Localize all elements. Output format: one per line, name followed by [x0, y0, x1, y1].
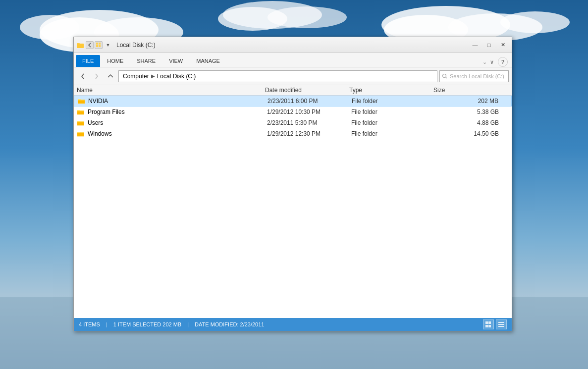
status-date-modified: DATE MODIFIED: 2/23/2011 [195, 321, 264, 327]
up-button[interactable] [105, 70, 116, 82]
file-name: NVIDIA [88, 98, 267, 105]
status-sep-2: | [187, 321, 189, 327]
table-row[interactable]: Windows 1/29/2012 12:30 PM File folder 1… [74, 128, 512, 139]
close-button[interactable]: ✕ [496, 40, 510, 51]
column-headers: Name Date modified Type Size [74, 85, 512, 96]
ribbon-expand-icon[interactable]: ⌄ [482, 59, 487, 65]
path-local-disk: Local Disk (C:) [157, 73, 196, 80]
maximize-button[interactable]: □ [482, 40, 496, 51]
svg-point-11 [267, 6, 347, 28]
view-detail-button[interactable] [496, 319, 507, 329]
search-icon [442, 73, 448, 79]
folder-icon [77, 130, 85, 138]
svg-point-8 [500, 11, 570, 33]
file-date: 2/23/2011 6:00 PM [267, 98, 352, 105]
path-computer: Computer [123, 73, 149, 80]
title-folder-icon [76, 41, 85, 50]
tab-view[interactable]: VIEW [162, 55, 189, 67]
file-name: Users [88, 119, 267, 126]
file-name: Windows [88, 130, 267, 137]
file-size: 5.38 GB [435, 108, 509, 115]
folder-icon [77, 119, 85, 127]
svg-rect-23 [488, 321, 491, 324]
folder-icon [77, 108, 85, 116]
table-row[interactable]: Users 2/23/2011 5:30 PM File folder 4.88… [74, 117, 512, 128]
file-list: NVIDIA 2/23/2011 6:00 PM File folder 202… [74, 96, 512, 318]
col-header-name[interactable]: Name [77, 87, 265, 94]
tab-manage[interactable]: MANAGE [190, 55, 226, 67]
svg-rect-16 [96, 43, 98, 45]
file-type: File folder [351, 119, 435, 126]
status-selected-info: 1 ITEM SELECTED 202 MB [113, 321, 182, 327]
svg-rect-15 [77, 44, 84, 48]
col-header-size[interactable]: Size [433, 87, 509, 94]
svg-rect-17 [99, 43, 101, 45]
table-row[interactable]: Program Files 1/29/2012 10:30 PM File fo… [74, 106, 512, 117]
title-nav-icon-2[interactable] [95, 41, 103, 49]
svg-rect-26 [498, 322, 504, 323]
explorer-window: ▼ Local Disk (C:) — □ ✕ FILE HOME SHARE … [73, 37, 512, 331]
svg-rect-28 [498, 326, 504, 327]
ribbon-tabs: FILE HOME SHARE VIEW MANAGE ⌄ ∨ ? [74, 53, 512, 67]
file-size: 202 MB [436, 98, 508, 105]
search-placeholder: Search Local Disk (C:) [450, 73, 504, 79]
svg-line-21 [446, 77, 447, 78]
window-controls: — □ ✕ [468, 40, 510, 51]
file-date: 2/23/2011 5:30 PM [267, 119, 351, 126]
svg-rect-27 [498, 324, 504, 325]
svg-point-4 [20, 15, 79, 40]
ribbon-help: ⌄ ∨ ? [482, 57, 510, 67]
col-header-date[interactable]: Date modified [265, 87, 349, 94]
title-dropdown-icon[interactable]: ▼ [104, 41, 112, 50]
view-list-button[interactable] [483, 319, 494, 329]
folder-icon [77, 97, 85, 105]
ribbon: FILE HOME SHARE VIEW MANAGE ⌄ ∨ ? [74, 53, 512, 67]
address-bar: Computer ▶ Local Disk (C:) Search Local … [74, 67, 512, 85]
col-header-type[interactable]: Type [349, 87, 433, 94]
tab-home[interactable]: HOME [101, 55, 130, 67]
file-date: 1/29/2012 12:30 PM [267, 130, 351, 137]
svg-rect-22 [485, 321, 488, 324]
search-box[interactable]: Search Local Disk (C:) [439, 70, 509, 82]
title-bar: ▼ Local Disk (C:) — □ ✕ [74, 37, 512, 53]
tab-share[interactable]: SHARE [130, 55, 162, 67]
file-type: File folder [351, 130, 435, 137]
tab-file[interactable]: FILE [76, 55, 100, 67]
back-button[interactable] [77, 70, 89, 82]
status-bar: 4 ITEMS | 1 ITEM SELECTED 202 MB | DATE … [74, 318, 512, 331]
file-size: 14.50 GB [435, 130, 509, 137]
file-date: 1/29/2012 10:30 PM [267, 108, 351, 115]
table-row[interactable]: NVIDIA 2/23/2011 6:00 PM File folder 202… [74, 96, 512, 106]
status-items-count: 4 ITEMS [79, 321, 100, 327]
window-title: Local Disk (C:) [112, 42, 468, 49]
svg-rect-24 [485, 325, 488, 327]
svg-rect-19 [99, 45, 101, 47]
svg-point-20 [443, 74, 446, 77]
svg-rect-18 [96, 45, 98, 47]
title-bar-icons: ▼ [76, 41, 112, 50]
ribbon-chevron-icon[interactable]: ∨ [490, 59, 494, 65]
file-size: 4.88 GB [435, 119, 509, 126]
minimize-button[interactable]: — [468, 40, 482, 51]
status-sep-1: | [106, 321, 107, 327]
address-path[interactable]: Computer ▶ Local Disk (C:) [118, 70, 437, 82]
file-type: File folder [351, 108, 435, 115]
path-separator: ▶ [151, 73, 155, 79]
forward-button[interactable] [91, 70, 103, 82]
svg-rect-25 [488, 325, 491, 327]
title-nav-icon-1[interactable] [86, 41, 94, 49]
file-name: Program Files [88, 108, 267, 115]
help-button[interactable]: ? [498, 57, 508, 67]
status-view-controls [483, 319, 507, 329]
file-type: File folder [352, 98, 436, 105]
